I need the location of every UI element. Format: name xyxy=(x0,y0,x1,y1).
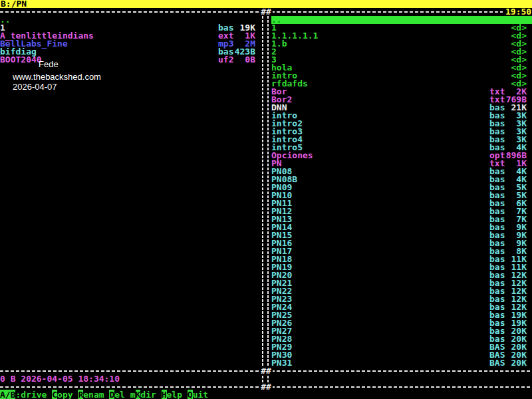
overlay-text-url: www.thebackshed.com xyxy=(13,72,101,81)
file-ext: BAS xyxy=(489,359,505,367)
menu-item-help[interactable]: Help xyxy=(162,390,182,399)
frame-top-line xyxy=(0,11,503,13)
file-name: BOOT2040 xyxy=(0,56,42,64)
overlay-text-fede: Fede xyxy=(39,60,59,68)
dir-row[interactable]: 1.b<d> xyxy=(271,40,532,48)
file-size: 20K xyxy=(511,359,527,367)
menu-hotkey: D xyxy=(109,390,114,399)
menu-hotkey: Q xyxy=(188,390,193,399)
right-panel: ..1<d>1.1.1.1.1<d>1.b<d>2<d>3<d>hola<d>i… xyxy=(271,16,532,367)
menu-hotkey: H xyxy=(162,390,167,399)
menu-hotkey: A/B xyxy=(0,390,15,399)
status-bar: 0 B 2026-04-05 18:34:10 xyxy=(0,375,120,383)
panel-separator-line xyxy=(267,16,269,367)
file-row[interactable]: PN31BAS20K xyxy=(271,359,532,367)
dir-row[interactable]: intro<d> xyxy=(271,72,532,80)
frame-junction-top: ## xyxy=(259,8,273,16)
current-path: B:/PN xyxy=(0,0,27,9)
file-size: 0B xyxy=(245,56,255,64)
dir-row[interactable]: .. xyxy=(271,16,532,24)
file-manager-screen: B:/PN ## 19:50 ..1bas19KA_tenlittleindia… xyxy=(0,0,532,399)
menu-item-drive-switch[interactable]: A/B:drive xyxy=(0,390,47,399)
menu-hotkey: C xyxy=(52,390,57,399)
menu-item-delete[interactable]: Del xyxy=(109,390,124,399)
left-panel: ..1bas19KA_tenlittleindiansext1KBellLabs… xyxy=(0,16,261,64)
file-ext: uf2 xyxy=(218,56,233,64)
file-name: PN31 xyxy=(271,359,292,367)
menu-hotkey: K xyxy=(136,390,141,399)
menu-item-copy[interactable]: Copy xyxy=(52,390,72,399)
dir-row[interactable]: 2<d> xyxy=(271,48,532,56)
menu-bar: A/B:drive Copy Renam Del mKdir Help Quit xyxy=(0,391,208,399)
overlay-text-date: 2026-04-07 xyxy=(13,82,57,91)
menu-item-rename[interactable]: Renam xyxy=(78,390,104,399)
dir-row[interactable]: hola<d> xyxy=(271,64,532,72)
menu-item-quit[interactable]: Quit xyxy=(188,390,208,399)
frame-junction-bottom: ## xyxy=(259,383,273,391)
dir-row[interactable]: 1.1.1.1.1<d> xyxy=(271,32,532,40)
frame-junction-mid: ## xyxy=(259,367,273,375)
dir-row[interactable]: 3<d> xyxy=(271,56,532,64)
panel-separator-line xyxy=(262,16,263,367)
menu-item-mkdir[interactable]: mKdir xyxy=(130,390,156,399)
menu-hotkey: R xyxy=(78,390,83,399)
clock: 19:50 xyxy=(505,8,532,16)
